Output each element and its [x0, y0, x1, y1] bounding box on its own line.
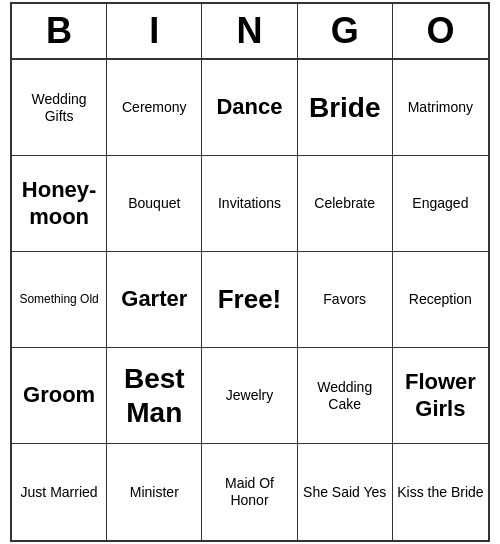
bingo-cell-22: Maid Of Honor: [202, 444, 297, 540]
bingo-cell-16: Best Man: [107, 348, 202, 444]
bingo-cell-0: Wedding Gifts: [12, 60, 107, 156]
bingo-header: BINGO: [12, 4, 488, 60]
header-letter: O: [393, 4, 488, 58]
header-letter: G: [298, 4, 393, 58]
header-letter: N: [202, 4, 297, 58]
bingo-cell-3: Bride: [298, 60, 393, 156]
bingo-cell-12: Free!: [202, 252, 297, 348]
bingo-cell-11: Garter: [107, 252, 202, 348]
bingo-cell-20: Just Married: [12, 444, 107, 540]
bingo-cell-17: Jewelry: [202, 348, 297, 444]
bingo-cell-2: Dance: [202, 60, 297, 156]
bingo-cell-14: Reception: [393, 252, 488, 348]
bingo-grid: Wedding GiftsCeremonyDanceBrideMatrimony…: [12, 60, 488, 540]
header-letter: I: [107, 4, 202, 58]
bingo-card: BINGO Wedding GiftsCeremonyDanceBrideMat…: [10, 2, 490, 542]
bingo-cell-18: Wedding Cake: [298, 348, 393, 444]
bingo-cell-4: Matrimony: [393, 60, 488, 156]
bingo-cell-13: Favors: [298, 252, 393, 348]
bingo-cell-5: Honey-moon: [12, 156, 107, 252]
bingo-cell-7: Invitations: [202, 156, 297, 252]
bingo-cell-1: Ceremony: [107, 60, 202, 156]
bingo-cell-8: Celebrate: [298, 156, 393, 252]
bingo-cell-21: Minister: [107, 444, 202, 540]
bingo-cell-23: She Said Yes: [298, 444, 393, 540]
header-letter: B: [12, 4, 107, 58]
bingo-cell-19: Flower Girls: [393, 348, 488, 444]
bingo-cell-15: Groom: [12, 348, 107, 444]
bingo-cell-24: Kiss the Bride: [393, 444, 488, 540]
bingo-cell-6: Bouquet: [107, 156, 202, 252]
bingo-cell-10: Something Old: [12, 252, 107, 348]
bingo-cell-9: Engaged: [393, 156, 488, 252]
